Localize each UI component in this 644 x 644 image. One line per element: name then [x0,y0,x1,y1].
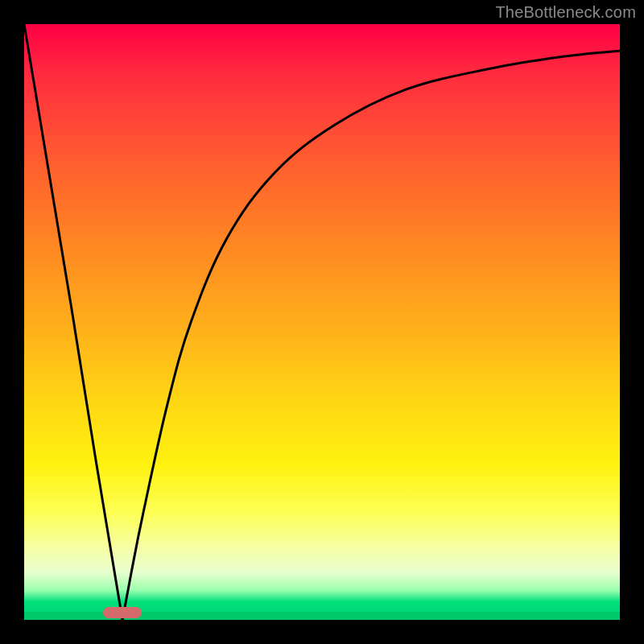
chart-frame: TheBottleneck.com [0,0,644,644]
bottleneck-curve [24,24,620,620]
curve-left-branch [24,24,122,620]
curve-right-branch [122,51,620,620]
optimum-marker [103,607,142,618]
watermark-text: TheBottleneck.com [495,3,636,22]
plot-area [24,24,620,620]
